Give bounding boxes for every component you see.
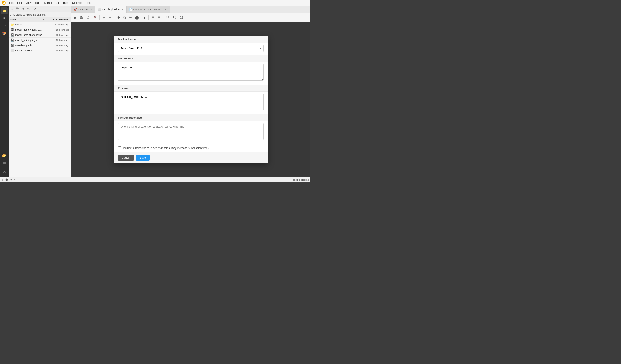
file-dependencies-textarea[interactable]	[118, 123, 264, 140]
save-button[interactable]: Save	[136, 155, 150, 161]
list-item[interactable]: 📓 overview.ipynb 18 hours ago	[9, 43, 71, 48]
file-name: overview.ipynb	[15, 44, 44, 47]
env-vars-textarea[interactable]: GITHUB_TOKEN=xxx	[118, 94, 264, 110]
file-modified: 18 hours ago	[44, 29, 69, 31]
env-vars-label: Env Vars	[114, 85, 268, 92]
tab-close-launcher[interactable]: ×	[90, 8, 93, 11]
zoom-in-button[interactable]	[165, 15, 171, 21]
launcher-tab-icon: 🚀	[74, 8, 77, 11]
docker-image-select[interactable]: Tensorflow 1.12.3 PyTorch 1.4 Scikit-lea…	[118, 45, 264, 52]
tab-launcher[interactable]: 🚀 Launcher ×	[71, 6, 95, 13]
add-node-button[interactable]: ✚	[116, 15, 121, 20]
col-modified-header[interactable]: Last Modified	[44, 18, 69, 21]
menu-git[interactable]: Git	[54, 1, 61, 5]
notebook-icon: 📓	[10, 44, 14, 47]
git-btn[interactable]: ⎇	[32, 7, 37, 11]
file-browser-toolbar: + ⬆ ↻ ⎇	[9, 6, 71, 13]
file-modified: 18 hours ago	[44, 39, 69, 41]
new-file-button[interactable]	[85, 15, 91, 21]
sidebar-icon-git[interactable]: ⎇	[1, 22, 8, 29]
sidebar-icon-files[interactable]: 📁	[1, 7, 8, 14]
grid-button[interactable]: ⊟	[156, 15, 161, 20]
modal-footer: Cancel Save	[114, 152, 268, 163]
redo-button[interactable]: ↪	[107, 15, 113, 20]
refresh-btn[interactable]: ↻	[26, 7, 31, 11]
output-files-textarea[interactable]: output.txt	[118, 64, 264, 81]
svg-line-11	[169, 18, 169, 18]
file-name: model_training.ipynb	[15, 39, 44, 42]
tab-close-community[interactable]: ×	[164, 8, 167, 11]
canvas-area: 📓 Docker Image Tensorflow 1.12.3 PyTorch…	[71, 22, 310, 177]
menu-tabs[interactable]: Tabs	[61, 1, 70, 5]
svg-rect-6	[81, 17, 82, 18]
tab-label: sample.pipeline	[102, 8, 120, 11]
sidebar-icon-extension[interactable]: 📂	[1, 152, 8, 159]
sidebar-icon-list[interactable]: ☰	[1, 160, 8, 167]
status-bar: 0 ⬤ 0 ⚙ sample.pipeline	[0, 177, 310, 182]
layout-button[interactable]: ⊞	[150, 15, 155, 20]
sidebar-icon-palette[interactable]: 🎨	[1, 30, 8, 37]
file-dependencies-section: File Dependencies	[114, 115, 268, 144]
undo-button[interactable]: ↩	[101, 15, 106, 20]
status-left: 0 ⬤ 0 ⚙	[2, 178, 16, 181]
file-modified: 3 minutes ago	[44, 23, 69, 26]
file-name: model_predictions.ipynb	[15, 33, 44, 36]
sidebar-icon-running[interactable]: ■	[1, 15, 8, 22]
eraser-button[interactable]	[92, 15, 98, 21]
new-launcher-btn[interactable]: +	[10, 7, 14, 11]
notebook-icon: 📓	[10, 28, 14, 32]
notebook-icon: 📓	[10, 33, 14, 37]
pipeline-tab-icon: ⬜	[98, 8, 101, 11]
run-button[interactable]: ▶	[73, 15, 78, 20]
file-name: output	[15, 23, 44, 26]
menu-view[interactable]: View	[24, 1, 33, 5]
status-icon-kernel: ⬤	[5, 178, 8, 181]
list-item[interactable]: ⬜ sample.pipeline 18 hours ago	[9, 48, 71, 53]
list-item[interactable]: 📓 model_training.ipynb 18 hours ago	[9, 38, 71, 43]
settings-icon[interactable]: ⚙	[14, 178, 16, 181]
cancel-button[interactable]: Cancel	[118, 155, 134, 161]
toolbar: ▶ ↩ ↪ ✚ ⧉ ✁ ⬤ 🗑 ⊞ ⊟	[71, 13, 310, 22]
tab-label: community_contributions.c	[133, 8, 163, 11]
node-properties-modal: Docker Image Tensorflow 1.12.3 PyTorch 1…	[114, 36, 268, 163]
tab-close-pipeline[interactable]: ×	[121, 7, 124, 11]
delete-button[interactable]: 🗑	[141, 15, 147, 20]
copy-button[interactable]: ⧉	[122, 15, 127, 20]
svg-line-9	[95, 18, 96, 18]
output-files-label: Output Files	[114, 55, 268, 62]
subdirectories-checkbox[interactable]	[118, 147, 121, 150]
menu-settings[interactable]: Settings	[70, 1, 84, 5]
checkbox-row: Include subdirectories in dependencies (…	[114, 144, 268, 152]
app-icon	[2, 1, 6, 5]
menu-kernel[interactable]: Kernel	[42, 1, 53, 5]
properties-button[interactable]: ⬤	[134, 15, 140, 20]
list-item[interactable]: 📁 output 3 minutes ago	[9, 22, 71, 27]
save-button[interactable]	[79, 15, 85, 21]
git-status: 0	[10, 179, 12, 181]
menu-help[interactable]: Help	[84, 1, 93, 5]
folder-icon: 📁	[10, 23, 14, 26]
file-name: model_deployment.ipy...	[15, 28, 44, 31]
current-file-status: sample.pipeline	[293, 179, 309, 181]
env-vars-section: Env Vars GITHUB_TOKEN=xxx	[114, 85, 268, 115]
toolbar-divider-3	[148, 15, 149, 20]
sidebar-icon-code[interactable]: </>	[1, 169, 8, 175]
svg-rect-5	[81, 16, 82, 17]
list-item[interactable]: 📓 model_predictions.ipynb 18 hours ago	[9, 33, 71, 38]
new-folder-btn[interactable]	[15, 7, 20, 11]
upload-btn[interactable]: ⬆	[21, 7, 25, 11]
subdirectories-label[interactable]: Include subdirectories in dependencies (…	[123, 147, 208, 149]
menu-edit[interactable]: Edit	[16, 1, 23, 5]
fit-button[interactable]	[178, 15, 184, 21]
file-list: 📁 output 3 minutes ago 📓 model_deploymen…	[9, 22, 71, 177]
cut-button[interactable]: ✁	[128, 15, 133, 20]
file-dependencies-label: File Dependencies	[114, 115, 268, 121]
zoom-out-button[interactable]	[172, 15, 177, 21]
tab-sample-pipeline[interactable]: ⬜ sample.pipeline ×	[95, 6, 126, 13]
list-item[interactable]: 📓 model_deployment.ipy... 18 hours ago	[9, 27, 71, 33]
menu-run[interactable]: Run	[34, 1, 42, 5]
col-name-header[interactable]: Name	[10, 18, 42, 21]
tab-community[interactable]: 📄 community_contributions.c ×	[126, 6, 170, 13]
svg-rect-3	[16, 8, 19, 10]
menu-file[interactable]: File	[7, 1, 15, 5]
